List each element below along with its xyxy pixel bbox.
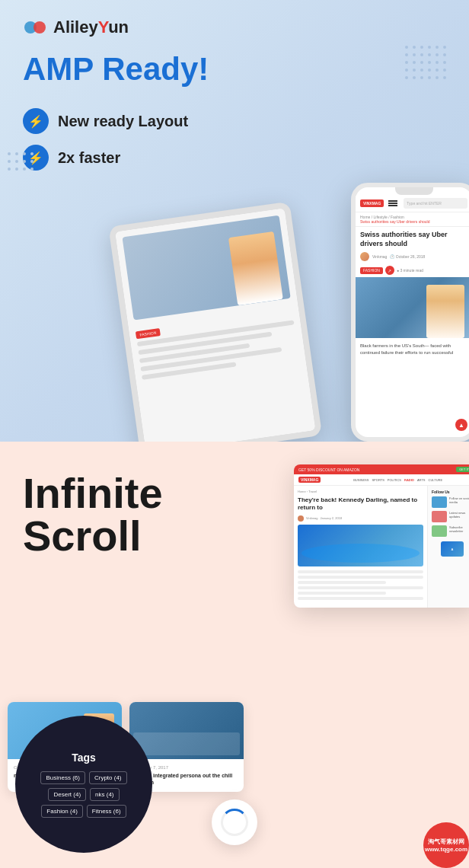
browser-mockup: GET 50% DISCOUNT ON AMAZON GET IT VINXMA… [294,464,469,608]
text-line-1 [298,570,423,573]
dot-grid-mid [8,152,34,171]
text-line-2 [298,576,423,579]
phone-share-icon: ↗ [385,266,394,275]
browser-date: January 2, 2018 [321,516,343,520]
phone-notch [395,187,433,195]
nav-culture[interactable]: CULTURE [429,478,443,482]
ad-button[interactable]: GET IT [456,467,469,472]
sidebar-text-3: Subscribe newsletter [449,525,469,533]
browser-avatar [298,515,304,522]
lightning-icon-1: ⚡ [23,108,49,134]
logo-icon [23,15,47,40]
dot-grid-top [405,46,446,79]
tags-grid: Business (6) Crypto (4) Desert (4) nks (… [30,771,137,818]
phone-search: Type and hit ENTER [404,198,467,209]
browser-main: Home › Travel They're back! Kennedy Darl… [294,486,469,608]
tablet-person [228,231,283,305]
browser-text-lines [298,570,423,600]
phone-category-badge: FASHION [360,267,383,274]
watermark-text: 淘气哥素材网 www.tqge.com [425,838,467,853]
tag-banks[interactable]: nks (4) [90,788,119,801]
browser-sidebar: Follow Us Follow on social media Latest … [427,486,469,608]
brand-logo-sm: A [441,541,464,557]
browser-nav-links: BUSINESS SPORTS POLITICS RADIO ARTS CULT… [324,478,469,482]
hamburger-icon [388,200,397,206]
text-line-5 [298,592,386,595]
headline-line2: Scroll [23,512,142,560]
loading-spinner-container [212,799,257,845]
sidebar-text-1: Follow on social media [449,496,469,504]
phone-read-time: ● 3 minute read [397,268,423,273]
watermark: 淘气哥素材网 www.tqge.com [423,822,469,868]
watermark-site: 淘气哥素材网 [425,838,467,846]
tablet-badge: FASHION [136,328,161,339]
logo-area: AlileyYun [23,15,446,40]
phone-date: 🕐 October 26, 2018 [390,254,425,259]
browser-ad-bar: GET 50% DISCOUNT ON AMAZON GET IT [294,464,469,474]
tags-title: Tags [72,752,96,764]
text-line-6 [298,597,423,600]
nav-arts[interactable]: ARTS [417,478,426,482]
sidebar-thumb-3 [432,525,447,537]
phone-bottom-text: Black farmers in the US's South— faced w… [360,343,467,356]
phone-img-person [426,285,464,338]
phone-tags: FASHION ↗ ● 3 minute read [356,263,469,277]
scroll-up-button[interactable]: ▲ [455,419,467,431]
browser-article-title: They're back! Kennedy Darling, named to … [298,496,423,512]
browser-author: Vinkmag [306,516,318,520]
tag-desert[interactable]: Desert (4) [48,788,86,801]
phone-article-image [356,277,469,338]
sidebar-item-3: Subscribe newsletter [432,525,469,537]
browser-breadcrumb: Home › Travel [298,490,423,493]
headline-line1: Infinite [23,469,163,517]
amp-headline: AMP Ready! [23,52,446,87]
top-section: AlileyYun AMP Ready! ⚡ New ready Layout … [0,0,469,442]
tag-fashion[interactable]: Fashion (4) [41,805,82,818]
nav-politics[interactable]: POLITICS [388,478,401,482]
bottom-section: Infinite Scroll GET 50% DISCOUNT ON AMAZ… [0,442,469,868]
browser-logo: VINXMAG [298,477,321,483]
sidebar-item-1: Follow on social media [432,496,469,508]
sidebar-thumb-1 [432,496,447,508]
browser-content-area: Home › Travel They're back! Kennedy Darl… [294,486,427,608]
watermark-url: www.tqge.com [425,846,467,853]
card-2-date: January 7, 2017 [136,765,238,770]
svg-point-1 [34,21,46,34]
sidebar-text-2: Latest news updates [449,511,469,519]
tablet-content: FASHION [115,209,306,391]
phone-article-title: Swiss authorities say Uber drivers shoul… [356,227,469,250]
tag-crypto[interactable]: Crypto (4) [89,771,127,784]
phone-breadcrumb: Home / Lifestyle / Fashion Swiss authori… [356,212,469,227]
ad-text: GET 50% DISCOUNT ON AMAZON [298,468,359,472]
phone-mockup: VINXMAG Type and hit ENTER Home / Lifest… [351,183,469,442]
spinner [221,809,248,836]
phone-logo: VINXMAG [360,199,384,207]
nav-radio[interactable]: RADIO [404,478,414,482]
sidebar-thumb-2 [432,511,447,522]
browser-article-image [298,525,423,566]
nav-business[interactable]: BUSINESS [353,478,368,482]
tags-overlay: Tags Business (6) Crypto (4) Desert (4) … [15,716,152,853]
browser-nav: VINXMAG BUSINESS SPORTS POLITICS RADIO A… [294,474,469,486]
tablet-article-image [122,215,290,321]
breadcrumb-link: Swiss authorities say Uber drivers shoul… [360,219,429,224]
tag-business[interactable]: Business (6) [40,771,85,784]
sidebar-brand: A [432,541,469,557]
feature-label-2: 2x faster [58,149,120,167]
sidebar-follow-title: Follow Us [432,490,469,494]
card-2-image [129,702,244,759]
tablet-inner: FASHION [115,209,315,442]
search-placeholder: Type and hit ENTER [407,201,442,206]
phone-header: VINXMAG Type and hit ENTER [356,195,469,212]
devices-container: FASHION VINXMAG [122,122,469,442]
text-line-3 [298,581,386,584]
phone-author: Vinkmag [372,254,387,259]
tablet-mockup: FASHION [108,202,322,442]
brand-name: AlileyYun [53,18,129,37]
phone-bottom-article: Black farmers in the US's South— faced w… [356,338,469,359]
browser-article-meta: Vinkmag January 2, 2018 [298,515,423,522]
text-line-4 [298,586,423,589]
nav-sports[interactable]: SPORTS [372,478,384,482]
tag-fitness[interactable]: Fitness (6) [87,805,126,818]
loading-circle [212,799,257,845]
